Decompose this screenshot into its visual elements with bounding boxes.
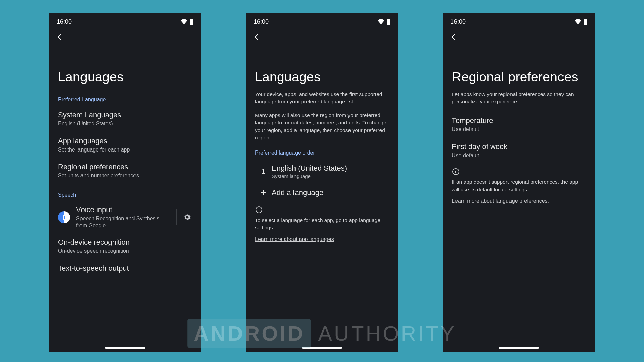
divider bbox=[176, 209, 177, 225]
item-title: App languages bbox=[58, 137, 192, 145]
wifi-icon bbox=[575, 19, 581, 24]
add-language-label: Add a language bbox=[272, 188, 389, 197]
svg-rect-12 bbox=[584, 19, 587, 25]
item-app-languages[interactable]: App languages Set the language for each … bbox=[58, 132, 192, 158]
item-title: System Languages bbox=[58, 111, 192, 119]
info-icon bbox=[255, 206, 389, 214]
battery-icon bbox=[583, 19, 587, 25]
item-title: On-device recognition bbox=[58, 238, 192, 247]
section-speech: Speech bbox=[58, 192, 192, 198]
phone-screen-languages-detail: 16:00 Languages Your device, apps, and w… bbox=[246, 13, 398, 352]
battery-icon bbox=[190, 19, 194, 25]
section-language-order: Preferred language order bbox=[255, 150, 389, 156]
item-title: Text-to-speech output bbox=[58, 264, 192, 273]
intro-paragraph: Let apps know your regional preferences … bbox=[452, 90, 586, 106]
section-preferred-language: Preferred Language bbox=[58, 97, 192, 103]
language-subtitle: System language bbox=[272, 173, 389, 179]
svg-rect-7 bbox=[387, 19, 390, 25]
phone-screen-languages-overview: 16:00 Languages Preferred Language Syste… bbox=[49, 13, 201, 352]
info-text: To select a language for each app, go to… bbox=[255, 217, 389, 232]
back-button[interactable] bbox=[450, 32, 459, 42]
page-title: Languages bbox=[255, 70, 389, 84]
battery-icon bbox=[386, 19, 390, 25]
arrow-left-icon bbox=[56, 33, 65, 41]
voice-input-app-icon bbox=[58, 211, 70, 223]
item-subtitle: Speech Recognition and Synthesis from Go… bbox=[76, 215, 160, 229]
info-icon bbox=[452, 168, 586, 176]
svg-rect-0 bbox=[191, 19, 192, 19]
status-bar: 16:00 bbox=[443, 13, 595, 28]
intro-paragraph-1: Your device, apps, and websites use the … bbox=[255, 90, 389, 106]
item-subtitle: On-device speech recognition bbox=[58, 247, 192, 255]
svg-rect-6 bbox=[388, 19, 389, 19]
status-time: 16:00 bbox=[254, 18, 269, 25]
gesture-nav-pill[interactable] bbox=[499, 347, 539, 349]
add-language-button[interactable]: Add a language bbox=[255, 184, 389, 202]
gesture-nav-pill[interactable] bbox=[105, 347, 145, 349]
gesture-nav-pill[interactable] bbox=[302, 347, 342, 349]
page-title: Languages bbox=[58, 70, 192, 84]
item-subtitle: Use default bbox=[452, 126, 586, 133]
status-bar: 16:00 bbox=[246, 13, 398, 28]
item-title: Voice input bbox=[76, 205, 167, 214]
back-button[interactable] bbox=[253, 32, 262, 42]
svg-rect-15 bbox=[455, 170, 456, 170]
item-subtitle: Set the language for each app bbox=[58, 146, 192, 154]
phone-screen-regional-preferences: 16:00 Regional preferences Let apps know… bbox=[443, 13, 595, 352]
svg-rect-10 bbox=[259, 208, 259, 208]
voice-input-settings-button[interactable] bbox=[182, 212, 192, 222]
item-subtitle: English (United States) bbox=[58, 120, 192, 127]
svg-rect-2 bbox=[62, 216, 62, 219]
svg-rect-11 bbox=[585, 19, 586, 19]
item-regional-preferences[interactable]: Regional preferences Set units and numbe… bbox=[58, 158, 192, 184]
intro-paragraph-2: Many apps will also use the region from … bbox=[255, 112, 389, 142]
info-text: If an app doesn't support regional prefe… bbox=[452, 178, 586, 193]
page-title: Regional preferences bbox=[452, 70, 586, 84]
language-name: English (United States) bbox=[272, 164, 389, 173]
item-title: Regional preferences bbox=[58, 163, 192, 171]
language-row-1[interactable]: 1 English (United States) System languag… bbox=[255, 159, 389, 184]
svg-rect-3 bbox=[63, 215, 64, 220]
learn-more-link[interactable]: Learn more about app languages bbox=[255, 236, 334, 242]
arrow-left-icon bbox=[253, 33, 262, 41]
item-on-device-recognition[interactable]: On-device recognition On-device speech r… bbox=[58, 233, 192, 259]
svg-rect-4 bbox=[64, 216, 65, 219]
stage: 16:00 Languages Preferred Language Syste… bbox=[0, 0, 644, 362]
item-tts-output[interactable]: Text-to-speech output bbox=[58, 259, 192, 278]
gear-icon bbox=[183, 213, 191, 221]
svg-rect-5 bbox=[66, 217, 66, 218]
status-time: 16:00 bbox=[450, 18, 466, 25]
svg-rect-14 bbox=[455, 171, 456, 173]
status-time: 16:00 bbox=[57, 18, 72, 25]
learn-more-link[interactable]: Learn more about language preferences. bbox=[452, 198, 549, 204]
item-subtitle: Set units and number preferences bbox=[58, 172, 192, 179]
item-voice-input[interactable]: Voice input Speech Recognition and Synth… bbox=[58, 201, 192, 233]
plus-icon bbox=[259, 189, 267, 197]
item-subtitle: Use default bbox=[452, 152, 586, 159]
back-button[interactable] bbox=[56, 32, 65, 42]
svg-rect-9 bbox=[259, 209, 259, 212]
language-order-number: 1 bbox=[255, 168, 272, 175]
svg-rect-1 bbox=[190, 19, 193, 25]
status-bar: 16:00 bbox=[49, 13, 201, 28]
item-temperature[interactable]: Temperature Use default bbox=[452, 112, 586, 138]
wifi-icon bbox=[181, 19, 187, 24]
item-title: Temperature bbox=[452, 116, 586, 125]
item-title: First day of week bbox=[452, 142, 586, 151]
wifi-icon bbox=[378, 19, 384, 24]
arrow-left-icon bbox=[450, 33, 459, 41]
item-first-day-of-week[interactable]: First day of week Use default bbox=[452, 138, 586, 164]
item-system-languages[interactable]: System Languages English (United States) bbox=[58, 106, 192, 132]
